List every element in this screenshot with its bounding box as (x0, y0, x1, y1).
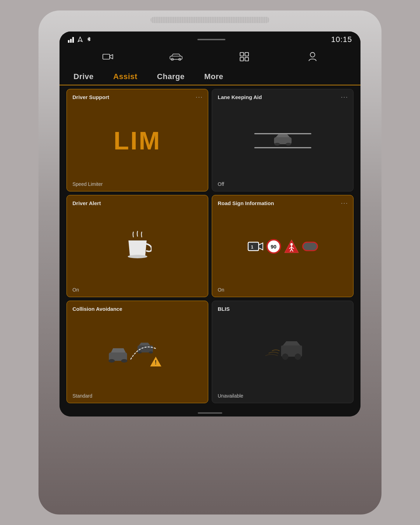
no-pass-sign-icon (302, 241, 318, 251)
bluetooth-icon (86, 36, 92, 43)
lane-keeping-status: Off (218, 180, 348, 187)
bottom-handle (59, 409, 360, 416)
driver-support-title: Driver Support (72, 94, 202, 100)
lane-keeping-title: Lane Keeping Aid (218, 94, 348, 100)
signal-icon (68, 36, 74, 43)
tabs-bar: Drive Assist Charge More (59, 69, 360, 85)
svg-rect-8 (240, 52, 244, 56)
tab-drive[interactable]: Drive (70, 69, 104, 85)
svg-point-17 (286, 143, 291, 146)
profile-nav-button[interactable] (302, 49, 323, 64)
road-signs-display: 1 90 (247, 239, 318, 254)
nav-icons-bar (59, 46, 360, 69)
svg-marker-2 (72, 37, 74, 43)
collision-avoidance-status: Standard (72, 392, 202, 399)
lim-display: LIM (114, 126, 161, 155)
svg-point-35 (108, 359, 115, 363)
lane-keeping-card[interactable]: Lane Keeping Aid ··· (212, 89, 354, 191)
speed-sign: 90 (266, 239, 281, 254)
car-nav-button[interactable] (166, 49, 187, 64)
svg-point-12 (310, 52, 315, 57)
collision-graphic: ! (103, 338, 173, 366)
grid-icon (239, 52, 249, 62)
driver-alert-content (72, 208, 202, 286)
bottom-handle-bar (198, 412, 222, 414)
car-icon (169, 53, 183, 61)
svg-text:1: 1 (251, 245, 253, 250)
driver-support-more[interactable]: ··· (196, 93, 203, 101)
svg-point-36 (121, 359, 127, 363)
speaker-top (150, 17, 270, 23)
svg-rect-10 (240, 57, 244, 61)
blis-title: BLIS (218, 306, 348, 312)
svg-marker-0 (68, 40, 70, 43)
blis-card: BLIS Unavailable (212, 301, 354, 403)
driver-support-status: Speed Limiter (72, 180, 202, 187)
svg-rect-29 (303, 242, 317, 251)
lane-keeping-more[interactable]: ··· (341, 93, 348, 101)
svg-point-32 (138, 351, 142, 354)
svg-rect-19 (248, 242, 259, 251)
driver-alert-status: On (72, 286, 202, 293)
svg-point-16 (274, 143, 280, 146)
camera-icon (102, 52, 113, 61)
blis-graphic (260, 338, 306, 366)
svg-point-40 (282, 354, 288, 360)
camera-sign-icon: 1 (247, 239, 264, 253)
driver-alert-card[interactable]: Driver Alert On (66, 195, 208, 298)
road-sign-content: 1 90 (218, 208, 348, 286)
status-icons (68, 36, 92, 43)
svg-point-23 (290, 243, 293, 246)
status-handle (197, 39, 225, 40)
pedestrian-sign-icon (284, 239, 299, 254)
blis-status: Unavailable (218, 392, 348, 399)
tab-charge[interactable]: Charge (147, 69, 195, 85)
tab-more[interactable]: More (194, 69, 233, 85)
svg-rect-3 (103, 54, 110, 59)
svg-marker-4 (110, 55, 113, 59)
status-time: 10:15 (331, 35, 352, 44)
road-sign-title: Road Sign Information (218, 200, 348, 206)
road-sign-more[interactable]: ··· (341, 200, 348, 207)
screen-bezel: 10:15 (59, 31, 360, 416)
svg-point-41 (295, 354, 301, 360)
camera-nav-button[interactable] (97, 49, 118, 64)
profile-icon (308, 52, 317, 62)
svg-text:!: ! (155, 359, 156, 365)
collision-avoidance-card[interactable]: Collision Avoidance (66, 301, 208, 403)
driver-support-content: LIM (72, 102, 202, 180)
lane-keeping-graphic (248, 128, 318, 153)
blis-content (218, 313, 348, 392)
road-sign-card[interactable]: Road Sign Information ··· 1 90 (212, 195, 354, 298)
svg-point-33 (149, 351, 153, 354)
svg-marker-20 (259, 243, 263, 250)
collision-avoidance-title: Collision Avoidance (72, 306, 202, 312)
lane-keeping-content (218, 102, 348, 180)
svg-rect-9 (245, 52, 248, 56)
status-bar: 10:15 (59, 31, 360, 46)
cards-grid: Driver Support ··· LIM Speed Limiter Lan… (59, 85, 360, 409)
svg-rect-5 (170, 56, 182, 59)
coffee-icon (124, 231, 152, 262)
navigation-icon (77, 36, 83, 43)
collision-avoidance-content: ! (72, 313, 202, 392)
road-sign-status: On (218, 286, 348, 293)
svg-point-18 (128, 255, 147, 258)
grid-nav-button[interactable] (234, 49, 255, 64)
svg-rect-11 (245, 57, 248, 61)
driver-support-card[interactable]: Driver Support ··· LIM Speed Limiter (66, 89, 208, 191)
tab-assist[interactable]: Assist (104, 69, 147, 85)
svg-marker-1 (70, 39, 72, 43)
driver-alert-title: Driver Alert (72, 200, 202, 206)
car-surround: 10:15 (38, 10, 382, 514)
